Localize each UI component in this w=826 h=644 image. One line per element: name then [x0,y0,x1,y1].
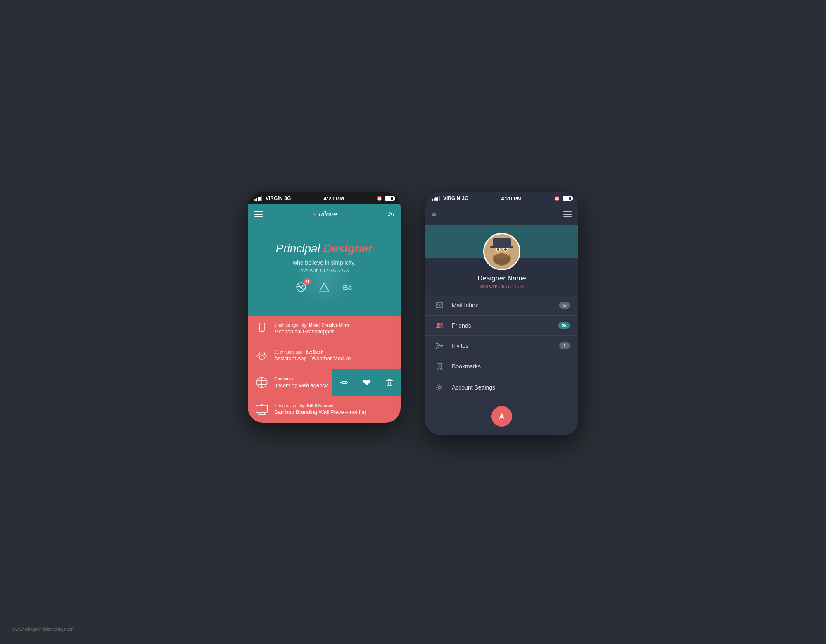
svg-marker-20 [260,404,263,405]
feed-meta-3: 2 hours ago by: Bill S Kenney [274,404,394,408]
feed-title-0: Mechanical Grasshopper [274,328,394,335]
hero-subtitle: who believe in simplicity. [256,259,392,266]
hero-title-main: Principal [276,242,320,255]
swipe-overlay [332,369,401,396]
signal-bars-1 [254,196,262,201]
svg-point-27 [504,248,507,251]
status-left-2: VIRGIN 3G [432,195,468,201]
network-2: 3G [462,195,468,201]
feed-icon-1 [254,348,269,363]
status-bar-1: VIRGIN 3G 4:20 PM ⏰ [248,192,401,204]
profile-section: Designer Name love with UI/ GUI / UX [425,225,578,295]
feed-text-3: 2 hours ago by: Bill S Kenney Bamboo Bra… [274,404,394,415]
hamburger-icon-2[interactable] [563,211,572,217]
menu-label-mail: Mail Inbox [452,302,559,309]
feed-section: 1 minute ago by: Mike | Creative Mints M… [248,316,401,423]
menu-badge-mail: 5 [559,302,570,309]
menu-item-settings[interactable]: Account Settings [425,377,578,398]
edit-icon[interactable]: ✏ [432,211,437,219]
svg-rect-31 [436,303,443,308]
hero-icons: 21 Bē [256,282,392,295]
svg-marker-1 [320,283,329,292]
svg-point-36 [439,365,440,366]
menu-badge-friends: 25 [558,322,570,329]
feed-item-3[interactable]: 2 hours ago by: Bill S Kenney Bamboo Bra… [248,396,401,423]
status-right-2: ⏰ [554,196,572,201]
svg-rect-15 [256,405,268,413]
menu-label-settings: Account Settings [452,384,570,391]
profile-name: Designer Name [477,274,526,283]
swipe-eye[interactable] [332,369,355,396]
menu-badge-invites: 1 [559,342,570,349]
feed-title-3: Bamboo Branding Wall Piece – not flat [274,409,394,415]
bookmark-icon [434,363,445,370]
behance-icon-wrapper[interactable]: Bē [342,282,353,295]
time-1: 4:20 PM [324,195,344,202]
feed-text-1: 21 minutes ago by: Dash Assistant App - … [274,350,394,361]
svg-point-10 [343,381,345,384]
svg-point-33 [440,323,443,326]
svg-point-26 [497,248,499,251]
svg-point-37 [438,386,441,389]
svg-point-28 [494,253,510,265]
feed-item-0[interactable]: 1 minute ago by: Mike | Creative Mints M… [248,316,401,342]
avatar [483,233,520,270]
svg-rect-11 [387,380,392,386]
svg-text:Bē: Bē [343,283,352,292]
menu-item-invites[interactable]: Invites 1 [425,336,578,356]
send-icon [434,342,445,349]
menu-item-bookmarks[interactable]: Bookmarks [425,356,578,377]
dribbble-icon-wrapper[interactable]: 21 [296,282,306,295]
network-1: 3G [284,195,291,201]
feed-item-2[interactable]: Ghulam ✓ upcoming web agency [248,369,401,396]
logout-button[interactable] [491,406,512,427]
hero-title-accent: Designer [323,242,373,255]
menu-item-mail[interactable]: Mail Inbox 5 [425,295,578,316]
triangle-icon [319,282,330,292]
clock-icon-2: ⏰ [554,196,560,201]
status-left-1: VIRGIN 3G [254,195,291,201]
menu-label-invites: Invites [452,342,559,349]
feed-text-0: 1 minute ago by: Mike | Creative Mints M… [274,323,394,335]
svg-line-6 [259,352,260,354]
mail-icon [434,302,445,308]
menu-item-friends[interactable]: Friends 25 [425,316,578,336]
hero-tagline: love with UI / GUI / UX [256,268,392,273]
carrier-1: VIRGIN [266,195,282,201]
svg-point-0 [297,283,306,292]
status-bar-2: VIRGIN 3G 4:20 PM ⏰ [425,192,578,204]
phone2: VIRGIN 3G 4:20 PM ⏰ ✏ [425,192,578,435]
hero-content: Principal Designer who believe in simpli… [256,233,392,295]
feed-item-1[interactable]: 21 minutes ago by: Dash Assistant App - … [248,342,401,369]
svg-line-7 [264,352,265,354]
menu-list: Mail Inbox 5 Friends 25 [425,295,578,398]
profile-tagline: love with UI/ GUI / UX [480,284,524,289]
brand-logo: ♥ uilove [313,210,337,219]
battery-icon-1 [385,196,394,201]
behance-icon: Bē [342,282,353,292]
phones-container: VIRGIN 3G 4:20 PM ⏰ ♥ uilove 🛍 [248,192,578,435]
triangle-icon-wrapper[interactable] [319,282,330,295]
svg-point-4 [261,330,262,330]
hero-section: Principal Designer who believe in simpli… [248,225,401,316]
nav-bar-2: ✏ [425,204,578,225]
swipe-heart[interactable] [355,369,378,396]
friends-icon [434,322,445,329]
swipe-trash[interactable] [378,369,401,396]
brand-name: uilove [319,210,337,219]
signal-bars-2 [432,196,440,201]
feed-meta-1: 21 minutes ago by: Dash [274,350,394,354]
bag-icon[interactable]: 🛍 [387,211,394,218]
svg-point-5 [259,356,265,360]
avatar-svg [484,234,519,269]
watermark: www.heritagechristiancollege.com [12,627,75,632]
battery-icon-2 [563,196,572,201]
svg-marker-38 [499,413,504,419]
heart-icon: ♥ [313,211,316,218]
feed-icon-3 [254,402,269,417]
feed-title-1: Assistant App - Weather Module [274,355,394,361]
logout-section [425,398,578,435]
hamburger-icon[interactable] [254,211,263,217]
feed-meta-0: 1 minute ago by: Mike | Creative Mints [274,323,394,328]
menu-label-friends: Friends [452,322,558,329]
